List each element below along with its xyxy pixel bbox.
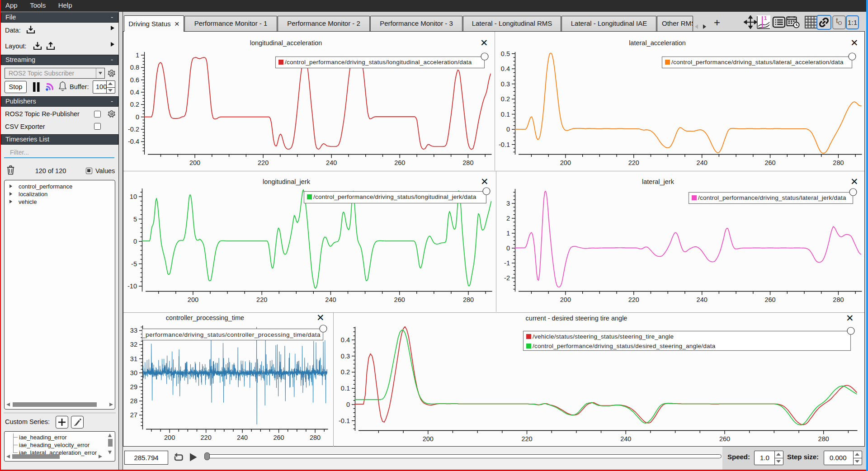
sidebar-splitter-handle[interactable] (118, 12, 123, 470)
streaming-source-select[interactable]: ROS2 Topic Subscriber (5, 68, 105, 79)
tab-other-rms[interactable]: Other RMS (657, 16, 693, 32)
tab-driving-status[interactable]: Driving Status× (124, 15, 184, 32)
scroll-right-icon[interactable] (99, 455, 102, 458)
buffer-down-icon[interactable] (107, 87, 115, 94)
plot-canvas[interactable]: 200220240260280-0.4-0.200.20.40.60.81/co… (123, 32, 494, 170)
collapse-streaming-icon[interactable]: - (111, 55, 113, 65)
tree-hscroll-thumb[interactable] (13, 402, 97, 407)
combo-dropdown-icon[interactable] (96, 68, 104, 78)
section-header-streaming[interactable]: Streaming - (1, 55, 118, 65)
plot-canvas[interactable]: 20022024026028027282930313233/control_pe… (123, 312, 332, 446)
ratio-1-1-icon[interactable]: 1:1 (846, 15, 859, 29)
scroll-left-icon[interactable] (6, 403, 10, 406)
section-header-timeseries[interactable]: Timeseries List (1, 134, 118, 145)
tab-lateral-longitudinal-iae[interactable]: Lateral - Longitudinal IAE (561, 16, 656, 32)
move-view-icon[interactable] (744, 15, 757, 29)
edit-custom-series-button[interactable] (71, 416, 84, 429)
scroll-down-icon[interactable] (108, 451, 112, 454)
speed-spinbox[interactable]: 1.0 (754, 451, 783, 465)
custom-series-list[interactable]: iae_heading_erroriae_heading_velocity_er… (4, 431, 115, 462)
time-offset-icon[interactable]: tO (832, 15, 846, 29)
step-size-spinbox[interactable]: 0.000 (824, 451, 862, 465)
values-toggle-icon[interactable] (86, 168, 92, 174)
tab-performance-monitor-3[interactable]: Performance Monitor - 3 (370, 16, 462, 32)
timeseries-tree[interactable]: control_performancelocalizationvehicle (4, 180, 115, 410)
timeseries-group-item[interactable]: control_performance (5, 183, 115, 190)
custom-series-item[interactable]: iae_heading_velocity_error (5, 441, 115, 449)
buffer-up-icon[interactable] (107, 81, 115, 87)
custom-series-vscrollbar[interactable] (108, 433, 113, 454)
menu-help[interactable]: Help (53, 0, 77, 9)
speed-down-icon[interactable] (775, 458, 783, 465)
legend-toggle-handle[interactable] (483, 188, 490, 195)
time-slider-handle[interactable] (204, 452, 210, 460)
scroll-up-icon[interactable] (108, 433, 112, 437)
tab-lateral-longitudinal-rms[interactable]: Lateral - Longitudinal RMS (463, 16, 561, 32)
notifications-bell-icon[interactable] (58, 81, 67, 92)
tab-scroll-right-button[interactable] (701, 22, 708, 32)
data-menu-arrow-icon[interactable] (111, 26, 114, 30)
scroll-right-icon[interactable] (109, 403, 113, 406)
stop-streaming-button[interactable]: Stop (5, 81, 27, 93)
current-time-field[interactable]: 285.794 (124, 451, 168, 465)
load-layout-icon[interactable] (33, 41, 42, 50)
timeseries-group-item[interactable]: localization (5, 190, 115, 198)
section-header-file[interactable]: File - (1, 12, 118, 23)
expand-arrow-icon[interactable] (9, 184, 12, 188)
plot-canvas[interactable]: 200220240260280-0.100.10.20.30.40.5/cont… (495, 32, 864, 170)
tree-hscrollbar[interactable] (6, 402, 113, 408)
expand-arrow-icon[interactable] (9, 200, 12, 203)
save-layout-icon[interactable] (46, 41, 55, 50)
plot-canvas[interactable]: 200220240260280-0.100.10.20.30.4/vehicle… (334, 312, 864, 446)
grid-layout-icon[interactable] (804, 15, 818, 29)
add-custom-series-button[interactable] (56, 416, 68, 429)
republisher-checkbox[interactable] (94, 111, 101, 118)
delete-series-trash-icon[interactable] (7, 165, 14, 175)
streaming-gear-icon[interactable] (108, 69, 116, 77)
step-up-icon[interactable] (854, 451, 862, 458)
speed-up-icon[interactable] (775, 451, 783, 458)
play-icon[interactable] (189, 452, 198, 462)
legend-toggle-handle[interactable] (847, 327, 854, 334)
plot-splitter[interactable] (495, 32, 495, 170)
add-tab-button[interactable]: + (712, 16, 722, 29)
legend-toggle-handle[interactable] (849, 188, 857, 196)
tab-close-icon[interactable]: × (175, 19, 179, 28)
timeseries-filter-input[interactable] (4, 147, 114, 158)
menu-tools[interactable]: Tools (25, 0, 51, 9)
cursor-tracker-icon[interactable]: 1 (757, 15, 770, 29)
pause-icon[interactable] (33, 82, 40, 92)
plot-canvas[interactable]: 200220240260280-10-50510/control_perform… (123, 170, 495, 311)
time-slider[interactable] (204, 454, 722, 458)
load-data-icon[interactable] (26, 25, 35, 34)
scroll-left-icon[interactable] (6, 455, 10, 458)
legend-toggle-handle[interactable] (481, 53, 488, 60)
timeseries-group-item[interactable]: vehicle (5, 198, 115, 206)
collapse-file-icon[interactable]: - (111, 13, 113, 22)
legend-toggle-handle[interactable] (849, 53, 856, 60)
plot-splitter[interactable] (496, 171, 496, 312)
layout-menu-arrow-icon[interactable] (111, 42, 114, 47)
tab-performance-monitor-2[interactable]: Performance Monitor - 2 (278, 16, 370, 32)
loop-playback-icon[interactable] (173, 452, 184, 463)
section-header-publishers[interactable]: Publishers - (1, 96, 118, 107)
step-down-icon[interactable] (854, 458, 862, 465)
menu-app[interactable]: App (0, 0, 23, 9)
custom-series-hscrollbar[interactable] (6, 454, 102, 460)
legend-toggle-handle[interactable] (320, 325, 327, 332)
link-xaxis-icon[interactable] (816, 15, 831, 30)
republisher-gear-icon[interactable] (108, 110, 116, 118)
buffer-spinbox[interactable]: 100 (93, 80, 115, 94)
datetime-icon[interactable] (786, 15, 800, 29)
csv-exporter-checkbox[interactable] (94, 123, 101, 130)
plot-canvas[interactable]: 200220240260280-2-10123/control_performa… (497, 170, 864, 311)
cs-hscroll-thumb[interactable] (12, 454, 60, 459)
legend-list-icon[interactable] (772, 15, 786, 29)
tab-performance-monitor-1[interactable]: Performance Monitor - 1 (184, 16, 277, 32)
custom-series-item[interactable]: iae_heading_error (5, 433, 115, 441)
cs-vscroll-thumb[interactable] (108, 439, 113, 447)
expand-arrow-icon[interactable] (9, 192, 12, 196)
tab-scroll-left-button[interactable] (693, 22, 701, 32)
collapse-publishers-icon[interactable]: - (111, 97, 113, 106)
tab-label: Performance Monitor - 1 (194, 19, 268, 27)
